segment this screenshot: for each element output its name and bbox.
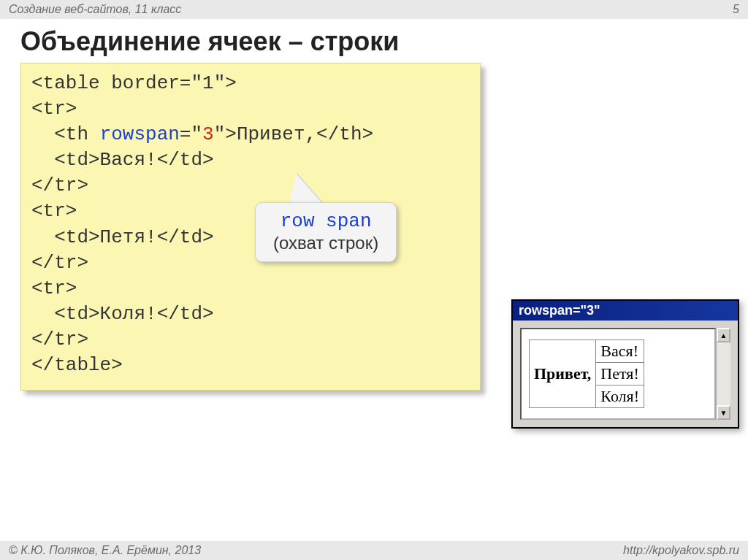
code-line: <td>Коля!</td> xyxy=(31,302,470,327)
browser-content: Привет, Вася! Петя! Коля! xyxy=(520,328,716,420)
code-example: <table border="1"> <tr> <th rowspan="3">… xyxy=(20,63,481,391)
callout-bubble: row span (охват строк) xyxy=(255,202,397,262)
code-line: <tr> xyxy=(31,96,470,122)
table-row: Привет, Вася! xyxy=(530,340,644,363)
subject-label: Создание веб-сайтов, 11 класс xyxy=(9,3,181,16)
page-number: 5 xyxy=(733,3,739,16)
code-line: <table border="1"> xyxy=(31,71,470,96)
header-bar: Создание веб-сайтов, 11 класс 5 xyxy=(0,0,748,19)
page-title: Объединение ячеек – строки xyxy=(0,19,748,63)
table-header-cell: Привет, xyxy=(530,340,596,408)
scroll-down-icon[interactable]: ▼ xyxy=(717,405,730,420)
code-line: <tr> xyxy=(31,199,470,224)
code-line: </table> xyxy=(31,353,470,378)
vertical-scrollbar[interactable]: ▲ ▼ xyxy=(716,328,730,420)
footer-bar: © К.Ю. Поляков, Е.А. Ерёмин, 2013 http:/… xyxy=(0,541,748,560)
code-line: </tr> xyxy=(31,173,470,199)
callout-translation: (охват строк) xyxy=(273,233,378,254)
browser-body: Привет, Вася! Петя! Коля! ▲ ▼ xyxy=(513,321,738,427)
scroll-up-icon[interactable]: ▲ xyxy=(717,328,730,342)
code-line: <th rowspan="3">Привет,</th> xyxy=(31,122,470,147)
code-line: <tr> xyxy=(31,276,470,302)
table-cell: Вася! xyxy=(596,340,644,363)
copyright-label: © К.Ю. Поляков, Е.А. Ерёмин, 2013 xyxy=(9,544,201,557)
table-cell: Коля! xyxy=(596,386,644,408)
callout-term: row span xyxy=(273,210,378,233)
window-titlebar: rowspan="3" xyxy=(513,301,738,321)
code-line: <td>Вася!</td> xyxy=(31,147,470,173)
browser-window: rowspan="3" Привет, Вася! Петя! Коля! ▲ … xyxy=(511,299,739,429)
code-line: <td>Петя!</td> xyxy=(31,225,470,250)
demo-table: Привет, Вася! Петя! Коля! xyxy=(529,340,644,408)
code-line: </tr> xyxy=(31,327,470,353)
footer-url: http://kpolyakov.spb.ru xyxy=(623,544,739,557)
scroll-track[interactable] xyxy=(717,342,730,405)
table-cell: Петя! xyxy=(596,363,644,386)
code-line: </tr> xyxy=(31,250,470,276)
